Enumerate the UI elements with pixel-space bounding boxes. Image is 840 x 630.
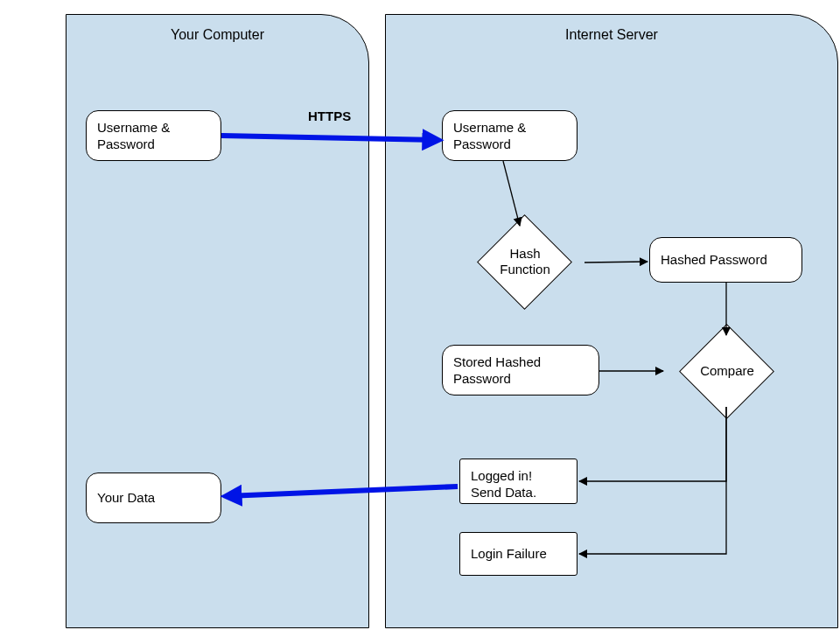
node-server-credentials: Username & Password — [442, 110, 578, 161]
node-login-failure: Login Failure — [459, 532, 578, 576]
node-compare: Compare — [662, 332, 793, 410]
node-stored-hashed-password: Stored Hashed Password — [442, 345, 599, 396]
node-compare-label: Compare — [700, 363, 754, 379]
panel-client: Your Computer — [66, 14, 369, 628]
node-client-credentials-label: Username & Password — [97, 120, 170, 151]
node-your-data-label: Your Data — [97, 490, 155, 507]
node-hash-function: Hash Function — [459, 222, 591, 301]
label-https: HTTPS — [308, 108, 351, 123]
node-logged-in-label: Logged in! Send Data. — [471, 468, 536, 500]
panel-server: Internet Server — [385, 14, 838, 628]
node-logged-in: Logged in! Send Data. — [459, 458, 578, 504]
node-login-failure-label: Login Failure — [471, 546, 547, 563]
node-hash-function-label: Hash Function — [490, 246, 560, 277]
panel-server-title: Internet Server — [386, 27, 837, 43]
node-your-data: Your Data — [86, 472, 221, 523]
node-stored-hashed-password-label: Stored Hashed Password — [453, 354, 541, 386]
node-hashed-password: Hashed Password — [649, 237, 802, 283]
node-server-credentials-label: Username & Password — [453, 120, 526, 151]
panel-client-title: Your Computer — [66, 27, 368, 43]
node-hashed-password-label: Hashed Password — [661, 252, 767, 269]
node-client-credentials: Username & Password — [86, 110, 221, 161]
